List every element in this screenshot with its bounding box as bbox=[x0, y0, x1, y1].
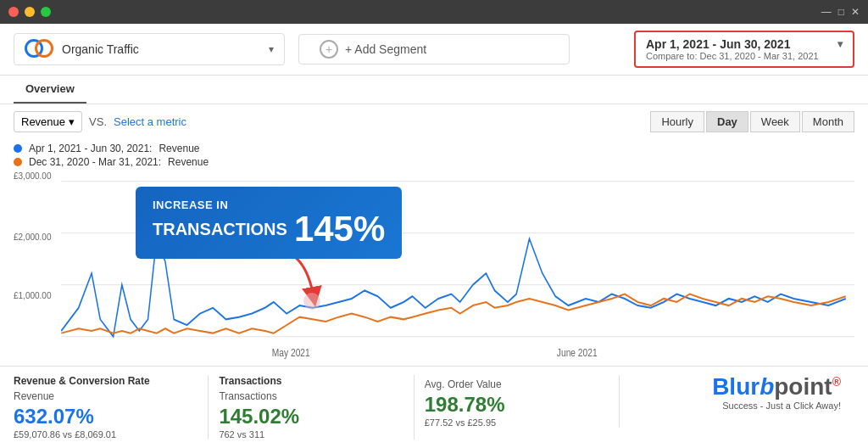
logo-b: b bbox=[760, 373, 774, 400]
add-segment-pill[interactable]: + + Add Segment bbox=[298, 34, 570, 64]
segment-bar: Organic Traffic ▾ + + Add Segment Apr 1,… bbox=[0, 24, 868, 76]
tabs-bar: Overview bbox=[0, 76, 868, 104]
stats-bar: Revenue & Conversion Rate Revenue 632.07… bbox=[0, 366, 868, 448]
date-range-selector[interactable]: Apr 1, 2021 - Jun 30, 2021 ▾ Compare to:… bbox=[634, 31, 854, 68]
week-button[interactable]: Week bbox=[750, 111, 800, 132]
metric-label: Revenue bbox=[21, 115, 65, 128]
vs-label: VS. bbox=[89, 115, 107, 128]
legend-metric-1: Revenue bbox=[159, 143, 199, 154]
time-period-buttons: Hourly Day Week Month bbox=[650, 111, 854, 132]
chart-legend: Apr 1, 2021 - Jun 30, 2021: Revenue Dec … bbox=[0, 139, 868, 170]
logo-text: Blurbpoint® bbox=[712, 375, 841, 399]
compare-range: Dec 31, 2020 - Mar 31, 2021 bbox=[700, 51, 819, 61]
aov-item-title: Avg. Order Value bbox=[425, 378, 609, 390]
segment-label: Organic Traffic bbox=[62, 42, 262, 56]
overlay-percent: 145% bbox=[294, 211, 385, 247]
transactions-overlay: INCREASE IN TRANSACTIONS 145% bbox=[136, 187, 402, 259]
svg-text:May 2021: May 2021 bbox=[272, 345, 310, 359]
logo-point: point bbox=[774, 373, 832, 400]
metric-dropdown[interactable]: Revenue ▾ bbox=[14, 111, 82, 132]
organic-traffic-icon bbox=[25, 39, 55, 59]
transactions-section-title: Transactions bbox=[219, 375, 403, 387]
hourly-button[interactable]: Hourly bbox=[650, 111, 704, 132]
metric-bar: Revenue ▾ VS. Select a metric Hourly Day… bbox=[0, 104, 868, 139]
logo-blur: Blur bbox=[712, 373, 760, 400]
legend-date-2: Dec 31, 2020 - Mar 31, 2021: bbox=[29, 156, 161, 168]
logo-registered: ® bbox=[832, 374, 841, 388]
organic-traffic-segment[interactable]: Organic Traffic ▾ bbox=[14, 33, 285, 65]
add-segment-circle-icon: + bbox=[320, 40, 338, 59]
main-content: Organic Traffic ▾ + + Add Segment Apr 1,… bbox=[0, 24, 868, 448]
revenue-item-title: Revenue bbox=[14, 390, 198, 402]
compare-prefix: Compare to: bbox=[646, 51, 698, 61]
svg-text:June 2021: June 2021 bbox=[557, 345, 598, 359]
overlay-transactions-text: TRANSACTIONS bbox=[153, 220, 287, 239]
revenue-compare: £59,070.86 vs £8,069.01 bbox=[14, 429, 198, 440]
y-label-3000: £3,000.00 bbox=[14, 171, 52, 181]
tab-overview[interactable]: Overview bbox=[14, 76, 86, 104]
legend-row-2: Dec 31, 2020 - Mar 31, 2021: Revenue bbox=[14, 156, 854, 168]
svg-point-6 bbox=[303, 293, 320, 310]
legend-dot-blue bbox=[14, 144, 22, 153]
close-dot[interactable] bbox=[8, 7, 19, 17]
legend-metric-2: Revenue bbox=[168, 156, 209, 168]
metric-chevron-icon: ▾ bbox=[69, 115, 75, 128]
transactions-item-title: Transactions bbox=[219, 390, 403, 402]
revenue-section-title: Revenue & Conversion Rate bbox=[14, 375, 198, 387]
logo-tagline: Success - Just a Click Away! bbox=[722, 400, 841, 411]
minimize-button[interactable]: — bbox=[821, 7, 832, 17]
month-button[interactable]: Month bbox=[802, 111, 854, 132]
date-range-primary: Apr 1, 2021 - Jun 30, 2021 bbox=[646, 37, 790, 51]
title-bar: — □ ✕ bbox=[0, 0, 868, 24]
y-label-1000: £1,000.00 bbox=[14, 291, 52, 300]
chart-container: £3,000.00 £2,000.00 £1,000.00 May 2021 J… bbox=[0, 170, 868, 366]
maximize-dot[interactable] bbox=[41, 7, 51, 17]
add-segment-label: + Add Segment bbox=[345, 42, 426, 56]
legend-dot-orange bbox=[14, 158, 22, 166]
transactions-compare: 762 vs 311 bbox=[219, 429, 403, 440]
legend-date-1: Apr 1, 2021 - Jun 30, 2021: bbox=[29, 143, 152, 154]
revenue-percent: 632.07% bbox=[14, 406, 198, 428]
day-button[interactable]: Day bbox=[706, 111, 748, 132]
aov-percent: 198.78% bbox=[425, 394, 609, 416]
select-metric-link[interactable]: Select a metric bbox=[114, 115, 186, 128]
date-range-chevron-icon: ▾ bbox=[837, 38, 843, 50]
transactions-section: Transactions Transactions 145.02% 762 vs… bbox=[209, 375, 414, 440]
aov-compare: £77.52 vs £25.95 bbox=[425, 417, 609, 428]
segment-chevron-icon: ▾ bbox=[269, 43, 274, 55]
aov-section: Avg. Order Value 198.78% £77.52 vs £25.9… bbox=[415, 375, 620, 428]
minimize-dot[interactable] bbox=[25, 7, 35, 17]
close-button[interactable]: ✕ bbox=[851, 7, 860, 17]
logo-area: Blurbpoint® Success - Just a Click Away! bbox=[620, 375, 854, 411]
revenue-section: Revenue & Conversion Rate Revenue 632.07… bbox=[14, 375, 209, 440]
transactions-percent: 145.02% bbox=[219, 406, 403, 428]
y-label-2000: £2,000.00 bbox=[14, 232, 52, 242]
restore-button[interactable]: □ bbox=[838, 7, 844, 17]
legend-row-1: Apr 1, 2021 - Jun 30, 2021: Revenue bbox=[14, 143, 854, 154]
